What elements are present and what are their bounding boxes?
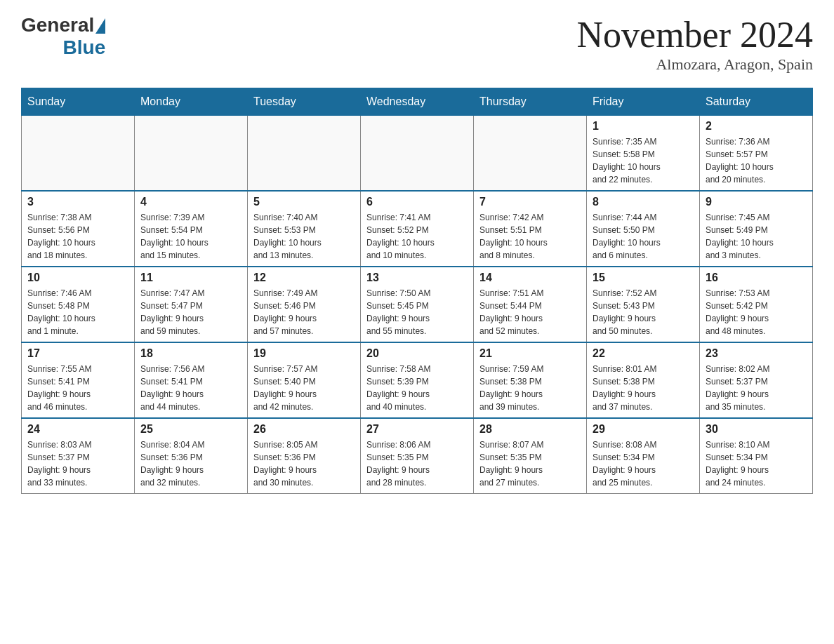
sun-info: Sunrise: 7:51 AM Sunset: 5:44 PM Dayligh… <box>479 287 581 337</box>
sun-info: Sunrise: 8:01 AM Sunset: 5:38 PM Dayligh… <box>593 363 694 413</box>
sun-info: Sunrise: 7:47 AM Sunset: 5:47 PM Dayligh… <box>140 287 241 337</box>
day-number: 2 <box>706 120 807 133</box>
calendar-day-cell <box>361 116 474 192</box>
day-number: 17 <box>27 347 128 360</box>
calendar-day-cell <box>474 116 587 192</box>
day-number: 16 <box>706 271 807 284</box>
day-number: 1 <box>593 120 694 133</box>
calendar-day-cell: 11Sunrise: 7:47 AM Sunset: 5:47 PM Dayli… <box>135 267 248 342</box>
day-number: 3 <box>27 196 128 208</box>
day-number: 6 <box>366 196 468 208</box>
calendar-day-cell <box>135 116 248 192</box>
logo-blue-text: Blue <box>63 36 106 59</box>
day-number: 22 <box>593 347 694 360</box>
day-number: 24 <box>27 423 128 436</box>
sun-info: Sunrise: 7:52 AM Sunset: 5:43 PM Dayligh… <box>593 287 694 337</box>
day-number: 19 <box>253 347 355 360</box>
sun-info: Sunrise: 8:07 AM Sunset: 5:35 PM Dayligh… <box>479 438 581 489</box>
calendar-day-cell: 24Sunrise: 8:03 AM Sunset: 5:37 PM Dayli… <box>22 418 135 494</box>
logo-triangle-icon <box>95 18 105 34</box>
sun-info: Sunrise: 7:42 AM Sunset: 5:51 PM Dayligh… <box>479 211 581 262</box>
sun-info: Sunrise: 7:59 AM Sunset: 5:38 PM Dayligh… <box>479 363 581 413</box>
calendar-day-cell: 10Sunrise: 7:46 AM Sunset: 5:48 PM Dayli… <box>22 267 135 342</box>
sun-info: Sunrise: 8:03 AM Sunset: 5:37 PM Dayligh… <box>27 438 128 489</box>
sun-info: Sunrise: 8:04 AM Sunset: 5:36 PM Dayligh… <box>140 438 241 489</box>
day-number: 26 <box>253 423 355 436</box>
day-number: 18 <box>140 347 241 360</box>
day-number: 20 <box>366 347 468 360</box>
calendar-week-row: 1Sunrise: 7:35 AM Sunset: 5:58 PM Daylig… <box>22 116 813 192</box>
calendar-day-cell: 9Sunrise: 7:45 AM Sunset: 5:49 PM Daylig… <box>700 191 813 267</box>
day-of-week-header: Sunday <box>22 88 135 116</box>
day-of-week-header: Friday <box>587 88 700 116</box>
sun-info: Sunrise: 8:08 AM Sunset: 5:34 PM Dayligh… <box>593 438 694 489</box>
calendar-day-cell: 25Sunrise: 8:04 AM Sunset: 5:36 PM Dayli… <box>135 418 248 494</box>
calendar-day-cell: 29Sunrise: 8:08 AM Sunset: 5:34 PM Dayli… <box>587 418 700 494</box>
calendar-day-cell: 12Sunrise: 7:49 AM Sunset: 5:46 PM Dayli… <box>248 267 361 342</box>
sun-info: Sunrise: 7:39 AM Sunset: 5:54 PM Dayligh… <box>140 211 241 262</box>
calendar-day-cell: 5Sunrise: 7:40 AM Sunset: 5:53 PM Daylig… <box>248 191 361 267</box>
calendar-week-row: 10Sunrise: 7:46 AM Sunset: 5:48 PM Dayli… <box>22 267 813 342</box>
day-number: 13 <box>366 271 468 284</box>
sun-info: Sunrise: 7:49 AM Sunset: 5:46 PM Dayligh… <box>253 287 355 337</box>
calendar-day-cell: 8Sunrise: 7:44 AM Sunset: 5:50 PM Daylig… <box>587 191 700 267</box>
sun-info: Sunrise: 7:44 AM Sunset: 5:50 PM Dayligh… <box>593 211 694 262</box>
calendar-day-cell: 14Sunrise: 7:51 AM Sunset: 5:44 PM Dayli… <box>474 267 587 342</box>
calendar-week-row: 24Sunrise: 8:03 AM Sunset: 5:37 PM Dayli… <box>22 418 813 494</box>
sun-info: Sunrise: 8:02 AM Sunset: 5:37 PM Dayligh… <box>706 363 807 413</box>
day-number: 12 <box>253 271 355 284</box>
calendar-day-cell: 20Sunrise: 7:58 AM Sunset: 5:39 PM Dayli… <box>361 342 474 418</box>
calendar-day-cell <box>22 116 135 192</box>
logo: General Blue <box>21 14 105 59</box>
sun-info: Sunrise: 7:57 AM Sunset: 5:40 PM Dayligh… <box>253 363 355 413</box>
calendar-week-row: 3Sunrise: 7:38 AM Sunset: 5:56 PM Daylig… <box>22 191 813 267</box>
day-number: 9 <box>706 196 807 208</box>
calendar-day-cell: 16Sunrise: 7:53 AM Sunset: 5:42 PM Dayli… <box>700 267 813 342</box>
sun-info: Sunrise: 7:36 AM Sunset: 5:57 PM Dayligh… <box>706 135 807 186</box>
day-number: 27 <box>366 423 468 436</box>
sun-info: Sunrise: 7:38 AM Sunset: 5:56 PM Dayligh… <box>27 211 128 262</box>
day-number: 11 <box>140 271 241 284</box>
day-number: 14 <box>479 271 581 284</box>
calendar-day-cell: 22Sunrise: 8:01 AM Sunset: 5:38 PM Dayli… <box>587 342 700 418</box>
calendar-week-row: 17Sunrise: 7:55 AM Sunset: 5:41 PM Dayli… <box>22 342 813 418</box>
day-of-week-header: Wednesday <box>361 88 474 116</box>
calendar-day-cell: 1Sunrise: 7:35 AM Sunset: 5:58 PM Daylig… <box>587 116 700 192</box>
sun-info: Sunrise: 7:40 AM Sunset: 5:53 PM Dayligh… <box>253 211 355 262</box>
calendar-day-cell: 6Sunrise: 7:41 AM Sunset: 5:52 PM Daylig… <box>361 191 474 267</box>
sun-info: Sunrise: 7:35 AM Sunset: 5:58 PM Dayligh… <box>593 135 694 186</box>
sun-info: Sunrise: 7:56 AM Sunset: 5:41 PM Dayligh… <box>140 363 241 413</box>
day-number: 21 <box>479 347 581 360</box>
calendar-day-cell: 7Sunrise: 7:42 AM Sunset: 5:51 PM Daylig… <box>474 191 587 267</box>
day-number: 23 <box>706 347 807 360</box>
calendar-day-cell: 26Sunrise: 8:05 AM Sunset: 5:36 PM Dayli… <box>248 418 361 494</box>
sun-info: Sunrise: 7:41 AM Sunset: 5:52 PM Dayligh… <box>366 211 468 262</box>
day-number: 28 <box>479 423 581 436</box>
day-number: 4 <box>140 196 241 208</box>
location-title: Almozara, Aragon, Spain <box>577 55 813 74</box>
calendar-day-cell <box>248 116 361 192</box>
calendar-day-cell: 30Sunrise: 8:10 AM Sunset: 5:34 PM Dayli… <box>700 418 813 494</box>
title-section: November 2024 Almozara, Aragon, Spain <box>577 14 813 74</box>
day-number: 25 <box>140 423 241 436</box>
calendar-day-cell: 21Sunrise: 7:59 AM Sunset: 5:38 PM Dayli… <box>474 342 587 418</box>
day-of-week-header: Thursday <box>474 88 587 116</box>
calendar-day-cell: 28Sunrise: 8:07 AM Sunset: 5:35 PM Dayli… <box>474 418 587 494</box>
sun-info: Sunrise: 8:05 AM Sunset: 5:36 PM Dayligh… <box>253 438 355 489</box>
day-of-week-header: Saturday <box>700 88 813 116</box>
calendar-table: SundayMondayTuesdayWednesdayThursdayFrid… <box>21 88 813 494</box>
page-header: General Blue November 2024 Almozara, Ara… <box>21 14 813 74</box>
calendar-day-cell: 4Sunrise: 7:39 AM Sunset: 5:54 PM Daylig… <box>135 191 248 267</box>
calendar-day-cell: 13Sunrise: 7:50 AM Sunset: 5:45 PM Dayli… <box>361 267 474 342</box>
month-title: November 2024 <box>577 14 813 55</box>
day-number: 8 <box>593 196 694 208</box>
sun-info: Sunrise: 7:53 AM Sunset: 5:42 PM Dayligh… <box>706 287 807 337</box>
sun-info: Sunrise: 7:50 AM Sunset: 5:45 PM Dayligh… <box>366 287 468 337</box>
day-number: 30 <box>706 423 807 436</box>
calendar-day-cell: 17Sunrise: 7:55 AM Sunset: 5:41 PM Dayli… <box>22 342 135 418</box>
day-number: 29 <box>593 423 694 436</box>
calendar-day-cell: 19Sunrise: 7:57 AM Sunset: 5:40 PM Dayli… <box>248 342 361 418</box>
sun-info: Sunrise: 7:55 AM Sunset: 5:41 PM Dayligh… <box>27 363 128 413</box>
day-number: 15 <box>593 271 694 284</box>
sun-info: Sunrise: 7:58 AM Sunset: 5:39 PM Dayligh… <box>366 363 468 413</box>
